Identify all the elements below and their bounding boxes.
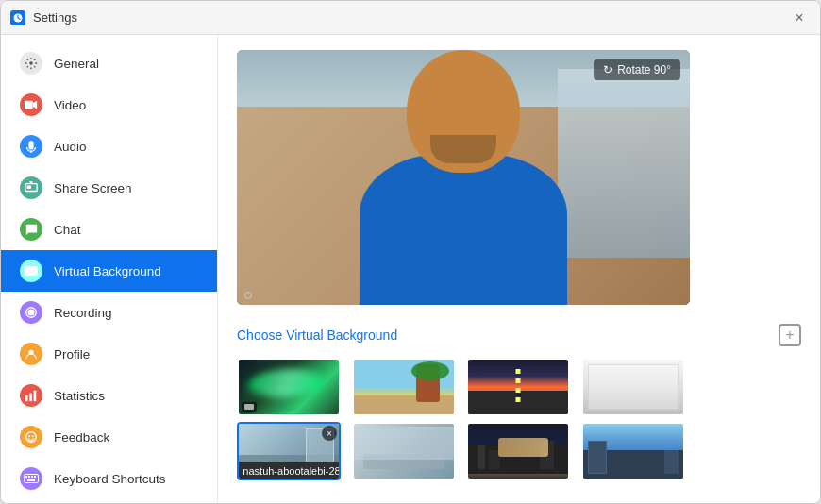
svg-rect-21	[34, 476, 36, 478]
svg-rect-20	[31, 476, 33, 478]
audio-icon	[20, 135, 42, 158]
section-title: Choose Virtual Background	[237, 328, 397, 343]
road-lines	[516, 369, 521, 407]
sidebar-item-share-screen[interactable]: Share Screen	[1, 167, 217, 209]
camera-preview: ↻ Rotate 90°	[237, 50, 690, 305]
feedback-icon	[20, 426, 42, 448]
svg-rect-17	[25, 475, 39, 483]
svg-rect-13	[34, 391, 37, 401]
app-icon	[10, 10, 25, 25]
thumb-close-button[interactable]: ×	[322, 426, 337, 441]
sidebar-item-video[interactable]: Video	[1, 84, 217, 126]
rotate-label: Rotate 90°	[617, 63, 671, 76]
sidebar: General Video Audio Share Screen	[1, 35, 218, 503]
sidebar-item-general[interactable]: General	[1, 42, 217, 84]
title-bar-left: Settings	[10, 10, 77, 25]
sidebar-item-audio[interactable]: Audio	[1, 126, 217, 167]
sunset-glow	[498, 438, 548, 457]
background-thumb-beach[interactable]	[352, 358, 456, 416]
general-label: General	[54, 57, 99, 71]
background-thumb-office-bright[interactable]	[581, 358, 685, 416]
background-thumb-aurora[interactable]	[237, 358, 341, 416]
camera-indicator	[244, 292, 252, 299]
svg-rect-2	[25, 101, 33, 109]
background-thumb-city-day[interactable]	[581, 422, 685, 480]
sidebar-item-feedback[interactable]: Feedback	[1, 416, 217, 458]
person-body	[360, 154, 567, 305]
office-bright-bg	[583, 360, 683, 414]
share-screen-label: Share Screen	[54, 181, 132, 195]
virtual-bg-label: Virtual Background	[54, 264, 161, 278]
svg-rect-11	[25, 395, 28, 401]
svg-rect-12	[29, 393, 32, 401]
background-grid: × nastuh-abootalebi-284879-unsplash	[237, 358, 690, 480]
svg-point-8	[28, 310, 35, 316]
background-thumb-conference[interactable]	[352, 422, 456, 480]
sidebar-item-statistics[interactable]: Statistics	[1, 375, 217, 416]
building1	[478, 445, 485, 469]
keyboard-icon	[20, 467, 42, 490]
svg-point-15	[28, 435, 30, 437]
sidebar-item-virtual-background[interactable]: Virtual Background	[1, 250, 217, 292]
chat-icon	[20, 218, 42, 241]
video-icon	[20, 93, 42, 116]
statistics-icon	[20, 384, 42, 407]
add-background-button[interactable]: +	[779, 324, 801, 346]
camera-indicator-thumb	[242, 402, 257, 412]
camera-dot	[244, 292, 252, 299]
recording-icon	[20, 301, 42, 324]
beach-bg	[354, 360, 454, 414]
video-label: Video	[54, 98, 86, 112]
sidebar-item-chat[interactable]: Chat	[1, 209, 217, 250]
conference-bg	[354, 424, 454, 479]
share-screen-icon	[20, 176, 42, 199]
close-button[interactable]: ×	[788, 7, 811, 29]
sidebar-item-recording[interactable]: Recording	[1, 292, 217, 333]
city-day-bg	[583, 424, 683, 479]
sidebar-item-keyboard-shortcuts[interactable]: Keyboard Shortcuts	[1, 458, 217, 499]
feedback-label: Feedback	[54, 430, 109, 445]
conference-wall	[354, 427, 454, 460]
rotate-icon: ↻	[603, 63, 612, 76]
svg-rect-19	[28, 476, 30, 478]
chat-label: Chat	[54, 223, 81, 237]
sidebar-item-profile[interactable]: Profile	[1, 333, 217, 375]
city-road-bg	[468, 360, 568, 414]
svg-point-16	[32, 435, 34, 437]
keyboard-shortcuts-label: Keyboard Shortcuts	[54, 472, 166, 486]
window-content: General Video Audio Share Screen	[1, 35, 820, 503]
background-thumb-city-road[interactable]	[466, 358, 570, 416]
person	[331, 78, 595, 305]
statistics-label: Statistics	[54, 389, 105, 403]
background-thumb-office-modern[interactable]: × nastuh-abootalebi-284879-unsplash	[237, 422, 341, 480]
window-title: Settings	[33, 10, 77, 25]
section-header: Choose Virtual Background +	[237, 324, 801, 346]
room-background	[237, 50, 690, 305]
virtual-bg-icon	[20, 260, 42, 282]
svg-point-1	[29, 61, 33, 65]
beard	[430, 135, 496, 163]
city-night-bg	[468, 424, 568, 479]
background-grid-container: × nastuh-abootalebi-284879-unsplash	[237, 358, 699, 480]
audio-label: Audio	[54, 140, 87, 154]
tall-bldg	[588, 441, 607, 474]
title-bar: Settings ×	[1, 1, 820, 35]
profile-label: Profile	[54, 347, 90, 361]
background-thumb-city-night[interactable]	[466, 422, 570, 480]
settings-window: Settings × General Video	[0, 0, 821, 504]
office-detail	[588, 364, 679, 410]
aurora-glow	[243, 369, 329, 397]
sidebar-item-accessibility[interactable]: Accessibility	[1, 499, 217, 503]
svg-rect-22	[27, 479, 35, 481]
palm-leaves	[411, 361, 449, 380]
rotate-button[interactable]: ↻ Rotate 90°	[594, 59, 680, 80]
main-panel: ↻ Rotate 90° Choose Virtual Background +	[218, 35, 820, 503]
thumb-cam-icon	[244, 404, 254, 410]
person-head	[407, 50, 520, 173]
tall-bldg2	[664, 450, 679, 474]
profile-icon	[20, 343, 42, 365]
general-icon	[20, 52, 42, 75]
svg-rect-18	[25, 476, 27, 478]
recording-label: Recording	[54, 306, 112, 320]
svg-rect-5	[27, 185, 31, 189]
